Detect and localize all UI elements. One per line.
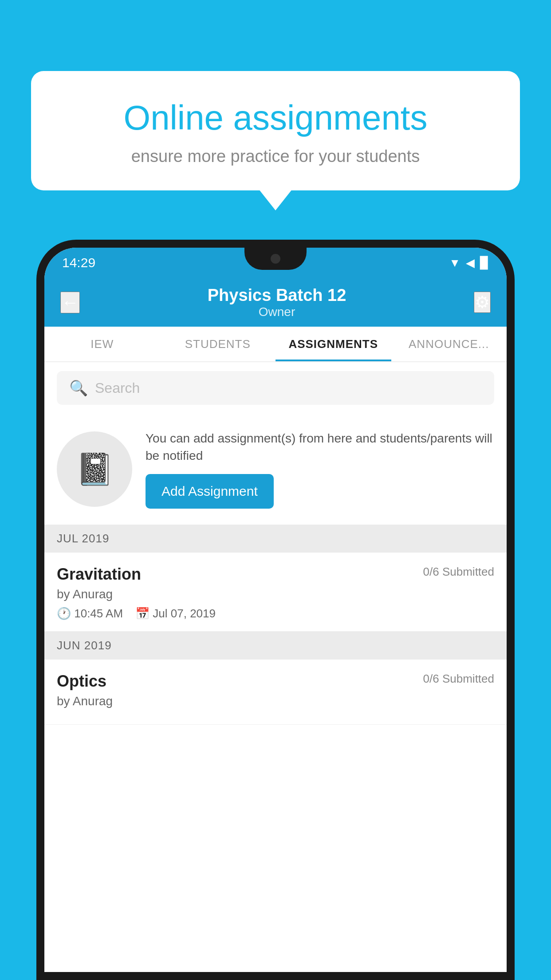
speech-bubble-wrapper: Online assignments ensure more practice … [31,71,520,190]
assignment-by-optics: by Anurag [57,694,494,708]
status-icons: ▼ ◀ ▉ [449,256,489,270]
settings-button[interactable]: ⚙ [474,292,491,313]
tab-announcements[interactable]: ANNOUNCE... [391,327,507,361]
assignment-item-optics[interactable]: Optics 0/6 Submitted by Anurag [44,660,507,725]
camera [271,254,280,264]
search-icon: 🔍 [69,379,88,397]
assignment-title-gravitation: Gravitation [57,565,141,584]
battery-icon: ▉ [480,256,489,270]
assignment-date-gravitation: 📅 Jul 07, 2019 [135,607,216,620]
tab-students[interactable]: STUDENTS [160,327,276,361]
promo-text: You can add assignment(s) from here and … [146,430,494,509]
section-header-jul: JUL 2019 [44,525,507,553]
signal-icon: ◀ [466,256,475,270]
speech-bubble-subtitle: ensure more practice for your students [62,147,489,166]
assignment-top-optics: Optics 0/6 Submitted [57,672,494,691]
assignment-title-optics: Optics [57,672,106,691]
tab-assignments-label: ASSIGNMENTS [288,337,378,351]
search-bar[interactable]: 🔍 Search [57,371,494,405]
status-bar: 14:29 ▼ ◀ ▉ [44,248,507,278]
app-bar-title: Physics Batch 12 Owner [208,286,346,319]
tabs: IEW STUDENTS ASSIGNMENTS ANNOUNCE... [44,327,507,362]
app-bar-heading: Physics Batch 12 [208,286,346,305]
back-button[interactable]: ← [60,292,80,313]
tab-iew-label: IEW [91,337,114,351]
promo-description: You can add assignment(s) from here and … [146,430,494,464]
assignment-submitted-gravitation: 0/6 Submitted [423,565,494,579]
promo-block: 📓 You can add assignment(s) from here an… [44,414,507,525]
search-placeholder: Search [95,380,140,396]
tab-students-label: STUDENTS [185,337,251,351]
wifi-icon: ▼ [449,256,460,270]
app-bar: ← Physics Batch 12 Owner ⚙ [44,278,507,327]
tab-assignments[interactable]: ASSIGNMENTS [276,327,391,361]
assignment-meta-gravitation: 🕐 10:45 AM 📅 Jul 07, 2019 [57,607,494,620]
tab-iew[interactable]: IEW [44,327,160,361]
search-container: 🔍 Search [44,362,507,414]
assignment-item-gravitation[interactable]: Gravitation 0/6 Submitted by Anurag 🕐 10… [44,553,507,632]
assignment-by-gravitation: by Anurag [57,587,494,601]
section-label-jun: JUN 2019 [57,639,112,652]
status-time: 14:29 [62,255,95,270]
app-bar-subtitle: Owner [259,305,295,319]
speech-bubble-title: Online assignments [62,98,489,138]
section-header-jun: JUN 2019 [44,632,507,660]
assignment-submitted-optics: 0/6 Submitted [423,672,494,686]
tab-announcements-label: ANNOUNCE... [409,337,489,351]
assignment-top: Gravitation 0/6 Submitted [57,565,494,584]
notch [244,248,307,270]
section-label-jul: JUL 2019 [57,532,109,545]
speech-bubble: Online assignments ensure more practice … [31,71,520,190]
phone-frame: 14:29 ▼ ◀ ▉ ← Physics Batch 12 Owner ⚙ I… [36,240,515,980]
assignment-time-gravitation: 🕐 10:45 AM [57,607,123,620]
add-assignment-button[interactable]: Add Assignment [146,474,274,509]
notebook-icon: 📓 [75,451,114,487]
promo-icon-circle: 📓 [57,431,132,507]
phone-inner: 14:29 ▼ ◀ ▉ ← Physics Batch 12 Owner ⚙ I… [44,248,507,972]
